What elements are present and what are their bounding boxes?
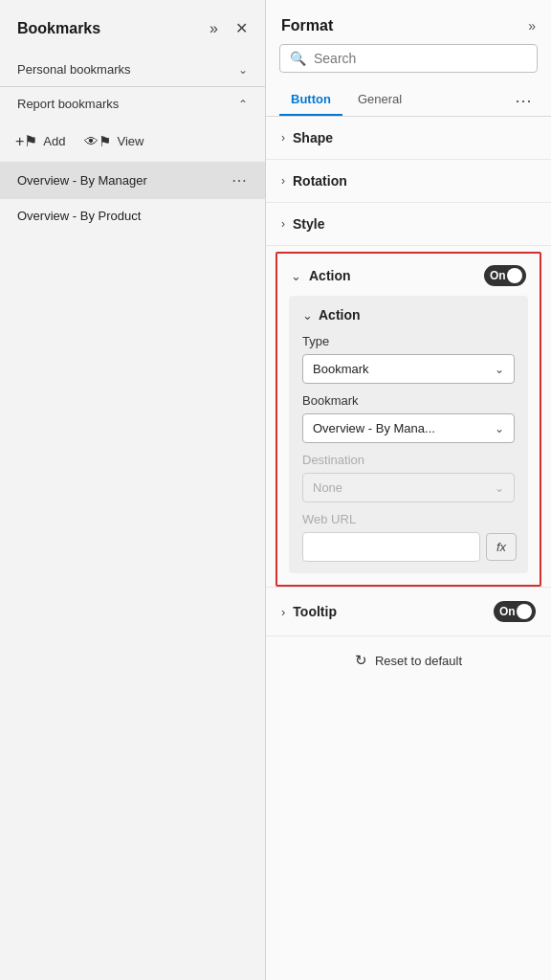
inner-action-chevron-icon: ⌄ (302, 308, 313, 323)
tooltip-toggle-track[interactable]: On (494, 601, 536, 622)
action-toggle-track[interactable]: On (484, 265, 526, 286)
reset-icon: ↻ (355, 652, 367, 669)
bookmark-label-manager: Overview - By Manager (17, 173, 147, 188)
tooltip-header-left: › Tooltip (281, 604, 337, 619)
bookmarks-title: Bookmarks (17, 20, 100, 37)
shape-chevron-icon: › (281, 131, 285, 145)
tab-general[interactable]: General (346, 84, 413, 116)
view-bookmark-button[interactable]: 👁⚑ View (82, 129, 145, 154)
fx-button[interactable]: fx (486, 533, 517, 561)
bookmarks-header: Bookmarks » ✕ (0, 0, 265, 53)
add-bookmark-button[interactable]: +⚑ Add (13, 128, 67, 154)
personal-bookmarks-label: Personal bookmarks (17, 62, 131, 77)
add-icon: +⚑ (15, 132, 37, 150)
format-expand-icon[interactable]: » (528, 18, 536, 33)
tab-more-icon[interactable]: ⋯ (509, 86, 538, 115)
action-section-header[interactable]: ⌄ Action On (277, 254, 540, 296)
tooltip-toggle-label: On (499, 605, 516, 618)
destination-dropdown-value: None (313, 480, 342, 495)
destination-field-label: Destination (302, 453, 515, 467)
search-input[interactable] (314, 51, 527, 66)
personal-bookmarks-toggle[interactable]: Personal bookmarks ⌄ (0, 53, 265, 86)
action-header-left: ⌄ Action (291, 268, 351, 283)
rotation-chevron-icon: › (281, 174, 285, 188)
action-section-wrapper: ⌄ Action On ⌄ Action Type Bo (266, 252, 551, 587)
type-dropdown-arrow-icon: ⌄ (495, 363, 504, 376)
add-label: Add (43, 134, 65, 148)
action-section-label: Action (309, 268, 351, 283)
style-section[interactable]: › Style (266, 203, 551, 246)
destination-dropdown-arrow-icon: ⌄ (495, 481, 504, 495)
action-inner-panel: ⌄ Action Type Bookmark ⌄ Bookmark Overvi… (289, 296, 528, 573)
tooltip-section[interactable]: › Tooltip On (266, 587, 551, 635)
bookmark-action-bar: +⚑ Add 👁⚑ View (0, 121, 265, 162)
type-field-label: Type (302, 334, 515, 348)
inner-action-header[interactable]: ⌄ Action (302, 307, 515, 323)
reset-label: Reset to default (375, 654, 462, 668)
weburl-field-label: Web URL (302, 512, 515, 526)
destination-dropdown: None ⌄ (302, 473, 515, 502)
report-bookmarks-label: Report bookmarks (17, 97, 119, 111)
bookmark-dropdown-value: Overview - By Mana... (313, 421, 435, 435)
action-section: ⌄ Action On ⌄ Action Type Bo (276, 252, 541, 587)
tabs-row: Button General ⋯ (266, 84, 551, 117)
shape-label: Shape (293, 130, 333, 145)
action-toggle-knob (507, 268, 522, 283)
search-icon: 🔍 (290, 51, 306, 66)
shape-section[interactable]: › Shape (266, 117, 551, 160)
type-dropdown[interactable]: Bookmark ⌄ (302, 354, 515, 384)
tooltip-chevron-icon: › (281, 605, 285, 619)
action-toggle-label: On (490, 269, 506, 282)
bookmark-label-product: Overview - By Product (17, 209, 141, 223)
type-dropdown-value: Bookmark (313, 362, 369, 376)
style-chevron-icon: › (281, 217, 285, 231)
rotation-label: Rotation (293, 173, 347, 189)
bookmark-item-manager[interactable]: Overview - By Manager ⋯ (0, 162, 265, 199)
web-url-input[interactable] (302, 532, 480, 562)
tooltip-toggle-knob (517, 604, 532, 619)
report-bookmarks-toggle[interactable]: Report bookmarks ⌃ (0, 87, 265, 121)
header-icons: » ✕ (206, 17, 252, 39)
action-toggle[interactable]: On (484, 265, 526, 286)
format-title: Format (281, 17, 333, 34)
tab-button[interactable]: Button (279, 84, 342, 116)
search-box[interactable]: 🔍 (279, 44, 538, 73)
view-icon: 👁⚑ (84, 133, 111, 150)
more-options-icon[interactable]: ⋯ (231, 171, 248, 189)
left-panel: Bookmarks » ✕ Personal bookmarks ⌄ Repor… (0, 0, 266, 980)
expand-icon-btn[interactable]: » (206, 18, 222, 39)
inner-action-label: Action (319, 307, 361, 323)
web-url-row: fx (302, 532, 515, 562)
bookmark-item-product[interactable]: Overview - By Product (0, 199, 265, 233)
tooltip-label: Tooltip (293, 604, 337, 619)
rotation-section[interactable]: › Rotation (266, 160, 551, 203)
bookmark-dropdown-arrow-icon: ⌄ (495, 422, 504, 435)
close-icon-btn[interactable]: ✕ (231, 17, 252, 39)
bookmark-dropdown[interactable]: Overview - By Mana... ⌄ (302, 413, 515, 443)
chevron-down-icon: ⌄ (238, 63, 248, 77)
bookmark-field-label: Bookmark (302, 393, 515, 408)
style-label: Style (293, 216, 324, 232)
right-panel: Format » 🔍 Button General ⋯ › Shape › Ro… (266, 0, 551, 980)
chevron-up-icon: ⌃ (238, 98, 248, 111)
format-header: Format » (266, 0, 551, 44)
tooltip-toggle[interactable]: On (494, 601, 536, 622)
reset-row[interactable]: ↻ Reset to default (266, 635, 551, 684)
view-label: View (117, 134, 143, 148)
action-chevron-down-icon: ⌄ (291, 269, 301, 283)
